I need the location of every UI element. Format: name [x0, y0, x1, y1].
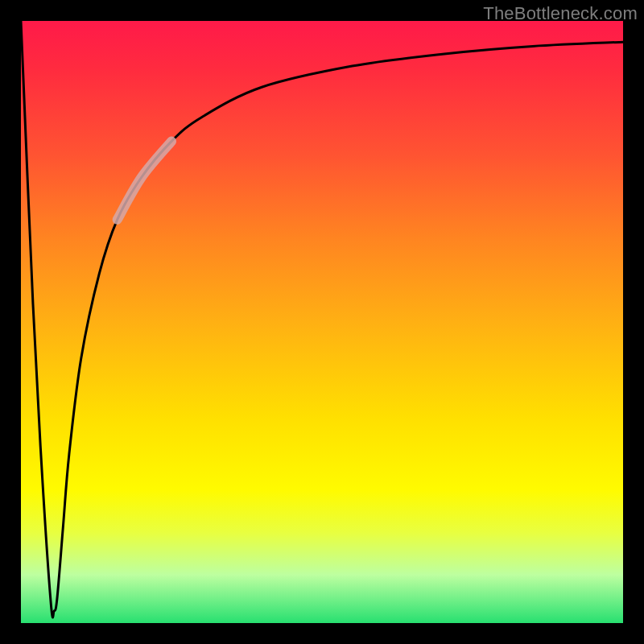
bottleneck-curve — [21, 21, 623, 617]
highlight-segment — [118, 142, 171, 220]
curve-svg — [21, 21, 623, 623]
plot-area — [21, 21, 623, 623]
attribution-label: TheBottleneck.com — [483, 3, 638, 24]
chart-canvas: TheBottleneck.com — [0, 0, 644, 644]
